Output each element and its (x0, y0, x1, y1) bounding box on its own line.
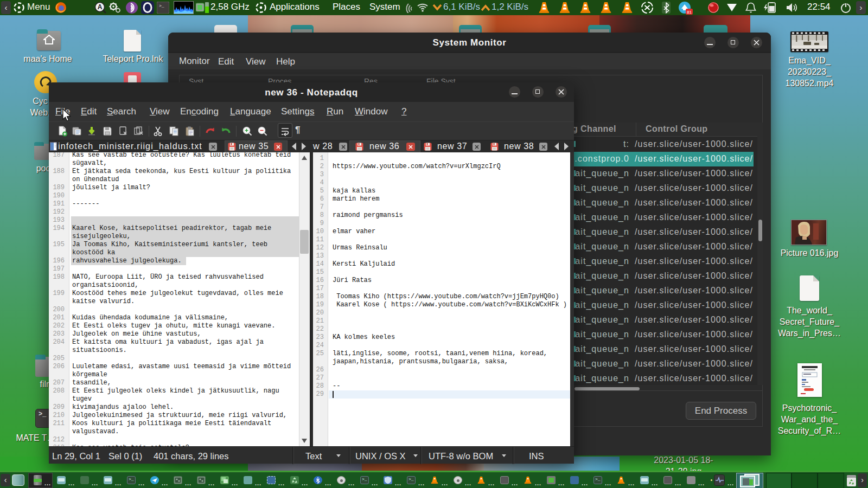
svg-text:A: A (98, 3, 103, 11)
svg-text:81: 81 (687, 10, 692, 15)
svg-text:>_: >_ (159, 3, 164, 8)
